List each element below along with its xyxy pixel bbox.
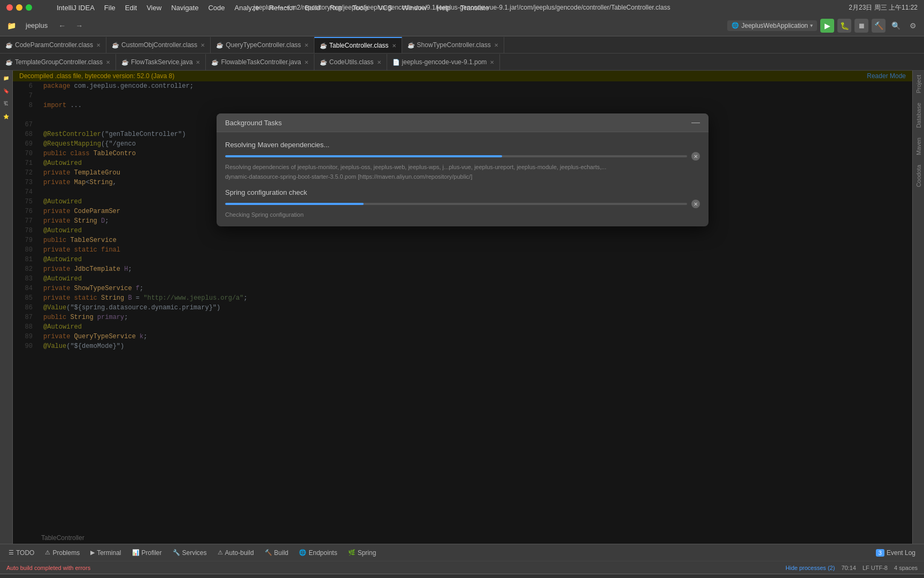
tab-querytypecontroller[interactable]: ☕ QueryTypeController.class ✕ (211, 37, 314, 53)
services-button[interactable]: 🔧 Services (168, 548, 211, 558)
project-icon[interactable]: 📁 (4, 19, 18, 33)
main-toolbar: 📁 jeeplus ← → 🌐 JeeplusWebApplication ▾ … (0, 15, 924, 36)
run-button[interactable]: ▶ (820, 19, 834, 33)
java-file-icon: ☕ (112, 42, 119, 49)
menu-navigate[interactable]: Navigate (167, 3, 203, 13)
tab-tablecontroller[interactable]: ☕ TableController.class ✕ (314, 37, 402, 53)
java-file-icon: ☕ (211, 59, 219, 66)
indent-info: 4 spaces (894, 565, 918, 571)
menu-intellij[interactable]: IntelliJ IDEA (52, 3, 99, 13)
progress-bar-fill (225, 155, 502, 157)
traffic-lights[interactable] (6, 4, 32, 11)
run-config-label: JeeplusWebApplication (741, 22, 808, 29)
modal-minimize-button[interactable]: — (691, 118, 700, 127)
task-spring: Spring configuration check ✕ Checking Sp… (225, 188, 700, 218)
tab-close-icon[interactable]: ✕ (392, 43, 396, 49)
window-title: jeeplus — ~/.m2/repository/org/jeeplus/j… (254, 4, 671, 11)
nav-back[interactable]: ← (55, 19, 69, 33)
task-cancel-button2[interactable]: ✕ (691, 200, 700, 208)
build-button[interactable]: 🔨 (872, 19, 886, 33)
spring-label: Spring (358, 549, 376, 557)
task-spring-title: Spring configuration check (225, 188, 700, 196)
tab-showtypecontroller[interactable]: ☕ ShowTypeController.class ✕ (402, 37, 504, 53)
spring-icon: 🌿 (348, 549, 356, 556)
menu-edit[interactable]: Edit (121, 3, 141, 13)
java-file-icon: ☕ (320, 59, 327, 66)
problems-label: Problems (52, 549, 80, 557)
tab-close-icon[interactable]: ✕ (96, 42, 101, 48)
profiler-button[interactable]: 📊 Profiler (128, 548, 166, 558)
tab-close-icon[interactable]: ✕ (490, 59, 494, 65)
tab-close-icon[interactable]: ✕ (377, 59, 381, 65)
menu-file[interactable]: File (100, 3, 120, 13)
modal-overlay: Background Tasks — Resolving Maven depen… (13, 71, 912, 544)
terminal-icon: ▶ (90, 549, 95, 556)
run-configuration[interactable]: 🌐 JeeplusWebApplication ▾ (727, 20, 817, 31)
tab-close-icon[interactable]: ✕ (196, 59, 200, 65)
java-file-icon: ☕ (121, 59, 129, 66)
todo-label: TODO (16, 549, 34, 557)
task-maven-progress-row: ✕ (225, 152, 700, 161)
tab-customobjcontroller[interactable]: ☕ CustomObjController.class ✕ (106, 37, 211, 53)
hide-processes-button[interactable]: Hide processes (2) (786, 565, 835, 571)
modal-body: Resolving Maven dependencies... ✕ Resolv… (217, 132, 709, 226)
java-file-icon: ☕ (5, 59, 13, 66)
favorites-panel-icon[interactable]: ⭐ (1, 111, 12, 122)
search-everywhere[interactable]: 🔍 (889, 19, 903, 33)
spring-button[interactable]: 🌿 Spring (344, 548, 381, 558)
todo-button[interactable]: ☰ TODO (4, 548, 38, 558)
right-panel-coodota[interactable]: Coodota (913, 161, 924, 192)
maximize-button[interactable] (26, 4, 32, 11)
right-panel-project[interactable]: Project (913, 71, 924, 97)
project-panel-icon[interactable]: 📁 (1, 73, 12, 83)
debug-button[interactable]: 🐛 (837, 19, 851, 33)
right-panel-database[interactable]: Database (913, 98, 924, 132)
java-file-icon: ☕ (216, 42, 224, 49)
project-label: jeeplus (21, 21, 52, 29)
settings-button[interactable]: ⚙ (906, 19, 920, 33)
todo-icon: ☰ (9, 549, 14, 556)
endpoints-button[interactable]: 🌐 Endpoints (295, 548, 341, 558)
event-log-label: Event Log (887, 549, 915, 557)
tab-pom[interactable]: 📄 jeeplus-gencode-vue-9.1.pom ✕ (387, 54, 500, 70)
main-layout: 📁 🔖 🏗 ⭐ Decompiled .class file, bytecode… (0, 71, 924, 544)
tab-close-icon[interactable]: ✕ (304, 59, 309, 65)
background-tasks-modal: Background Tasks — Resolving Maven depen… (217, 113, 709, 226)
task-cancel-button[interactable]: ✕ (691, 152, 700, 161)
endpoints-icon: 🌐 (299, 549, 306, 556)
tab-close-icon[interactable]: ✕ (304, 42, 309, 48)
tab-templategroupcontroller[interactable]: ☕ TemplateGroupController.class ✕ (0, 54, 116, 70)
build-icon: 🔨 (265, 549, 272, 556)
tab-close-icon[interactable]: ✕ (201, 42, 205, 48)
tab-codeparamcontroller[interactable]: ☕ CodeParamController.class ✕ (0, 37, 106, 53)
structure-panel-icon[interactable]: 🏗 (1, 98, 12, 109)
event-log-button[interactable]: 3 Event Log (872, 548, 920, 558)
close-button[interactable] (6, 4, 13, 11)
stop-button[interactable]: ⏹ (854, 19, 868, 33)
tab-flowtaskservice[interactable]: ☕ FlowTaskService.java ✕ (116, 54, 206, 70)
toolbar-left: 📁 jeeplus ← → (4, 19, 724, 33)
left-sidebar: 📁 🔖 🏗 ⭐ (0, 71, 13, 544)
services-label: Services (182, 549, 207, 557)
minimize-button[interactable] (16, 4, 22, 11)
nav-forward[interactable]: → (72, 19, 86, 33)
terminal-button[interactable]: ▶ Terminal (86, 548, 125, 558)
build-button[interactable]: 🔨 Build (260, 548, 293, 558)
tab-close-icon[interactable]: ✕ (494, 42, 498, 48)
event-log-count: 3 (876, 549, 884, 557)
terminal-label: Terminal (97, 549, 121, 557)
menu-view[interactable]: View (142, 3, 166, 13)
modal-header: Background Tasks — (217, 113, 709, 132)
auto-build-icon: ⚠ (218, 549, 223, 556)
tab-flowabletaskcontroller[interactable]: ☕ FlowableTaskController.java ✕ (206, 54, 314, 70)
tab-codeutils[interactable]: ☕ CodeUtils.class ✕ (314, 54, 387, 70)
problems-button[interactable]: ⚠ Problems (41, 548, 84, 558)
status-left: Auto build completed with errors (6, 565, 781, 571)
tab-close-icon[interactable]: ✕ (106, 59, 110, 65)
menu-code[interactable]: Code (204, 3, 229, 13)
auto-build-button[interactable]: ⚠ Auto-build (213, 548, 258, 558)
problems-icon: ⚠ (45, 549, 50, 556)
right-panel-maven[interactable]: Maven (913, 133, 924, 159)
line-encoding: LF UTF-8 (863, 565, 888, 571)
bookmark-panel-icon[interactable]: 🔖 (1, 86, 12, 96)
